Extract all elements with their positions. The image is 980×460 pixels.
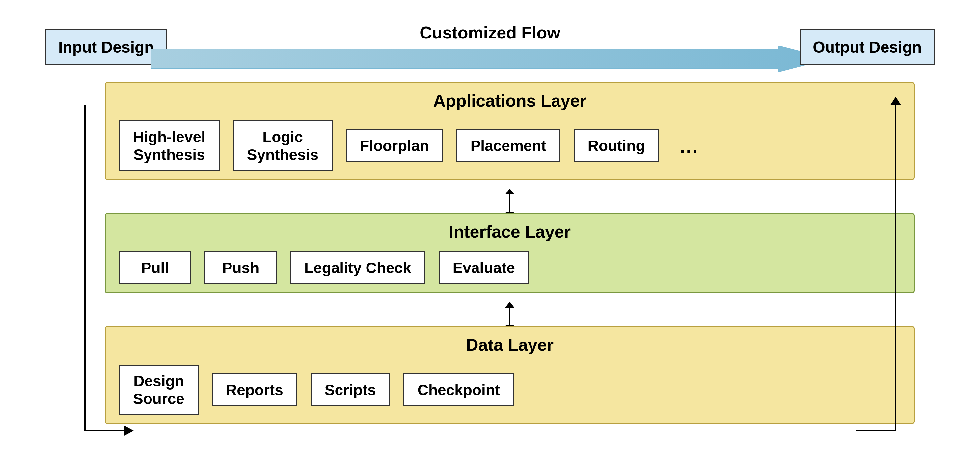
flow-label: Customized Flow	[420, 23, 560, 43]
interface-items-row: Pull Push Legality Check Evaluate	[119, 251, 900, 284]
routing-box: Routing	[574, 129, 659, 162]
connector-interface-data	[105, 306, 915, 326]
top-flow-area: Input Design Customized Flow Output Desi…	[45, 13, 935, 79]
input-design-box: Input Design	[45, 29, 167, 65]
floorplan-box: Floorplan	[346, 129, 443, 162]
applications-layer: Applications Layer High-level Synthesis …	[105, 82, 915, 180]
diagram-container: Input Design Customized Flow Output Desi…	[0, 0, 980, 460]
data-layer-title: Data Layer	[119, 335, 900, 355]
connector-apps-interface	[105, 193, 915, 213]
svg-marker-0	[151, 46, 829, 72]
high-level-synthesis-box: High-level Synthesis	[119, 121, 220, 171]
data-items-row: Design Source Reports Scripts Checkpoint	[119, 365, 900, 415]
applications-layer-title: Applications Layer	[119, 91, 900, 111]
double-arrow-2	[509, 306, 511, 326]
data-layer: Data Layer Design Source Reports Scripts…	[105, 326, 915, 424]
reports-box: Reports	[212, 373, 298, 406]
checkpoint-box: Checkpoint	[403, 373, 514, 406]
interface-layer-title: Interface Layer	[119, 222, 900, 241]
design-source-box: Design Source	[119, 365, 199, 415]
double-arrow-1	[509, 193, 511, 213]
placement-box: Placement	[457, 129, 560, 162]
output-design-label: Output Design	[813, 38, 922, 56]
legality-check-box: Legality Check	[290, 251, 425, 284]
ellipsis: …	[673, 135, 705, 157]
scripts-box: Scripts	[310, 373, 390, 406]
logic-synthesis-box: Logic Synthesis	[233, 121, 332, 171]
applications-items-row: High-level Synthesis Logic Synthesis Flo…	[119, 121, 900, 171]
evaluate-box: Evaluate	[439, 251, 529, 284]
diagram-inner: Input Design Customized Flow Output Desi…	[45, 13, 935, 447]
flow-arrow	[151, 46, 829, 72]
flow-arrow-container: Customized Flow	[151, 23, 829, 72]
layers-area: Applications Layer High-level Synthesis …	[105, 82, 915, 447]
pull-box: Pull	[119, 251, 191, 284]
interface-layer: Interface Layer Pull Push Legality Check…	[105, 213, 915, 293]
input-design-label: Input Design	[58, 38, 154, 56]
push-box: Push	[205, 251, 277, 284]
output-design-box: Output Design	[800, 29, 935, 65]
